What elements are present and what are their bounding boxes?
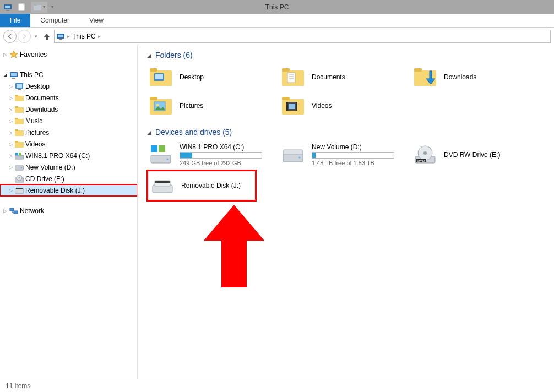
tree-label: Music bbox=[24, 117, 42, 125]
expand-icon[interactable]: ▷ bbox=[1, 208, 9, 214]
folder-downloads-icon bbox=[413, 66, 437, 88]
ribbon-tab-view[interactable]: View bbox=[79, 14, 113, 27]
svg-rect-55 bbox=[289, 104, 295, 109]
tree-label: Documents bbox=[24, 94, 59, 102]
address-bar[interactable]: ▸ This PC ▸ bbox=[54, 30, 551, 43]
removable-drive-icon bbox=[150, 175, 175, 197]
expand-icon[interactable]: ▷ bbox=[7, 107, 14, 112]
svg-rect-58 bbox=[159, 145, 165, 152]
back-button[interactable] bbox=[3, 30, 17, 43]
expand-icon[interactable]: ▷ bbox=[7, 84, 14, 89]
item-label: Removable Disk (J:) bbox=[181, 182, 253, 189]
folder-icon bbox=[14, 106, 24, 113]
drive-j-removable[interactable]: Removable Disk (J:) bbox=[146, 170, 257, 202]
item-sublabel: 1.48 TB free of 1.53 TB bbox=[312, 160, 409, 166]
tree-label: WIN8.1 PRO X64 (C:) bbox=[24, 152, 90, 160]
drive-icon bbox=[281, 144, 305, 166]
svg-rect-33 bbox=[15, 189, 24, 193]
item-label: Documents bbox=[312, 73, 345, 81]
tree-item-drive-f[interactable]: CD Drive (F:) bbox=[0, 173, 137, 184]
qat-new-folder-icon[interactable] bbox=[15, 2, 29, 13]
collapse-icon[interactable]: ◢ bbox=[146, 129, 152, 135]
svg-rect-20 bbox=[15, 118, 18, 119]
drive-c[interactable]: WIN8.1 PRO X64 (C:) 249 GB free of 292 G… bbox=[146, 140, 279, 170]
drive-d[interactable]: New Volume (D:) 1.48 TB free of 1.53 TB bbox=[279, 140, 411, 170]
svg-rect-22 bbox=[15, 129, 18, 131]
svg-point-49 bbox=[156, 104, 159, 107]
usage-bar bbox=[180, 152, 262, 159]
expand-icon[interactable]: ▷ bbox=[1, 52, 9, 57]
svg-rect-19 bbox=[15, 119, 24, 124]
tree-item-desktop[interactable]: ▷ Desktop bbox=[0, 80, 137, 92]
svg-rect-53 bbox=[286, 102, 288, 111]
tree-item-videos[interactable]: ▷ Videos bbox=[0, 138, 137, 150]
folder-desktop[interactable]: Desktop bbox=[146, 63, 279, 91]
svg-rect-23 bbox=[15, 142, 24, 148]
collapse-icon[interactable]: ◢ bbox=[146, 52, 152, 58]
drive-e-dvd[interactable]: DVD DVD RW Drive (E:) bbox=[411, 140, 543, 170]
tree-item-pictures[interactable]: ▷ Pictures bbox=[0, 127, 137, 138]
expand-icon[interactable]: ▷ bbox=[7, 165, 14, 170]
tree-favorites[interactable]: ▷ Favorites bbox=[0, 48, 137, 60]
forward-button[interactable] bbox=[18, 30, 31, 43]
expand-icon[interactable]: ▷ bbox=[7, 95, 14, 101]
tree-this-pc[interactable]: ◢ This PC bbox=[0, 69, 137, 80]
drive-icon bbox=[14, 164, 24, 171]
item-label: Downloads bbox=[444, 73, 476, 81]
up-button[interactable] bbox=[41, 30, 53, 43]
group-header-folders[interactable]: ◢ Folders (6) bbox=[146, 51, 545, 59]
svg-rect-10 bbox=[11, 73, 17, 76]
expand-icon[interactable]: ▷ bbox=[7, 130, 14, 135]
breadcrumb-separator[interactable]: ▸ bbox=[67, 34, 70, 39]
recent-locations-dropdown[interactable]: ▾ bbox=[32, 30, 40, 43]
folder-documents[interactable]: Documents bbox=[279, 63, 411, 91]
folder-videos[interactable]: Videos bbox=[279, 91, 411, 120]
tree-item-documents[interactable]: ▷ Documents bbox=[0, 92, 137, 104]
expand-icon[interactable]: ▷ bbox=[7, 118, 14, 124]
svg-rect-43 bbox=[287, 73, 295, 83]
folder-videos-icon bbox=[281, 95, 305, 117]
svg-rect-24 bbox=[15, 141, 18, 143]
tree-item-music[interactable]: ▷ Music bbox=[0, 115, 137, 127]
tree-label: New Volume (D:) bbox=[24, 164, 75, 171]
folder-pictures-icon bbox=[149, 95, 173, 117]
expand-icon[interactable]: ▷ bbox=[7, 153, 14, 159]
svg-rect-47 bbox=[150, 97, 157, 100]
collapse-icon[interactable]: ◢ bbox=[1, 72, 9, 78]
breadcrumb-location[interactable]: This PC bbox=[72, 32, 96, 40]
svg-rect-45 bbox=[414, 68, 422, 72]
folder-icon bbox=[14, 129, 24, 137]
expand-icon[interactable]: ▷ bbox=[7, 141, 14, 147]
tree-item-removable-disk[interactable]: ▷ Removable Disk (J:) bbox=[0, 184, 137, 196]
svg-rect-70 bbox=[155, 181, 170, 183]
desktop-icon bbox=[14, 82, 24, 91]
qat-this-pc-icon[interactable] bbox=[1, 2, 14, 13]
qat-folder-dropdown[interactable]: ▾ bbox=[31, 2, 47, 13]
svg-rect-1 bbox=[5, 6, 10, 8]
expand-icon[interactable]: ▷ bbox=[7, 188, 14, 193]
item-label: Pictures bbox=[180, 102, 203, 110]
removable-drive-icon bbox=[14, 187, 24, 194]
navigation-tree: ▷ Favorites ◢ This PC ▷ Desktop ▷ Docume… bbox=[0, 45, 138, 379]
ribbon-tab-computer[interactable]: Computer bbox=[30, 14, 79, 27]
group-header-drives[interactable]: ◢ Devices and drives (5) bbox=[146, 128, 545, 137]
drive-icon bbox=[149, 144, 173, 166]
folder-downloads[interactable]: Downloads bbox=[411, 63, 543, 91]
svg-rect-7 bbox=[58, 35, 63, 37]
status-bar: 11 items bbox=[0, 379, 554, 392]
ribbon-file-tab[interactable]: File bbox=[0, 14, 30, 27]
tree-network[interactable]: ▷ Network bbox=[0, 205, 137, 216]
qat-customize-dropdown[interactable]: ▾ bbox=[48, 2, 56, 13]
status-item-count: 11 items bbox=[6, 382, 30, 390]
folder-pictures[interactable]: Pictures bbox=[146, 91, 279, 120]
tree-item-drive-d[interactable]: ▷ New Volume (D:) bbox=[0, 161, 137, 173]
window-title: This PC bbox=[0, 3, 554, 11]
group-label: Folders (6) bbox=[155, 51, 193, 59]
this-pc-icon bbox=[9, 70, 19, 79]
svg-rect-27 bbox=[19, 153, 21, 155]
svg-rect-61 bbox=[283, 150, 303, 154]
tree-item-drive-c[interactable]: ▷ WIN8.1 PRO X64 (C:) bbox=[0, 150, 137, 161]
tree-item-downloads[interactable]: ▷ Downloads bbox=[0, 104, 137, 115]
breadcrumb-separator[interactable]: ▸ bbox=[98, 34, 101, 39]
svg-rect-54 bbox=[296, 102, 297, 111]
